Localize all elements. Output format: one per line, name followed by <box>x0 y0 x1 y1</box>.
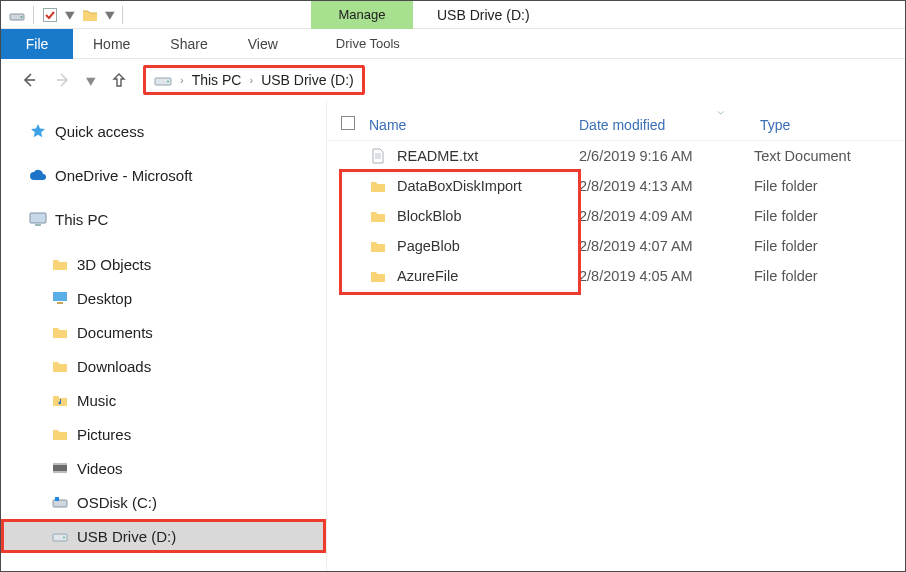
svg-rect-10 <box>53 463 67 465</box>
sidebar-label: OneDrive - Microsoft <box>55 167 193 184</box>
svg-rect-12 <box>53 500 67 507</box>
svg-point-4 <box>167 81 169 83</box>
sidebar-label: Quick access <box>55 123 144 140</box>
table-row[interactable]: DataBoxDiskImport 2/8/2019 4:13 AM File … <box>327 171 905 201</box>
sidebar-label: 3D Objects <box>77 256 151 273</box>
breadcrumb-this-pc[interactable]: This PC <box>192 72 242 88</box>
file-date: 2/8/2019 4:13 AM <box>579 178 754 194</box>
desktop-icon <box>51 289 69 307</box>
sidebar-music[interactable]: Music <box>1 383 326 417</box>
chevron-right-icon[interactable]: › <box>249 74 253 86</box>
ribbon-tabs: File Home Share View Drive Tools <box>1 29 905 59</box>
sidebar-label: OSDisk (C:) <box>77 494 157 511</box>
sidebar-osdisk[interactable]: OSDisk (C:) <box>1 485 326 519</box>
column-header-date[interactable]: Date modified <box>579 117 754 133</box>
navigation-pane: Quick access OneDrive - Microsoft This P… <box>1 101 327 572</box>
table-row[interactable]: AzureFile 2/8/2019 4:05 AM File folder <box>327 261 905 291</box>
file-name: DataBoxDiskImport <box>397 178 522 194</box>
sidebar-quick-access[interactable]: Quick access <box>1 115 326 147</box>
recent-locations-dropdown[interactable]: ▾ <box>86 71 96 90</box>
file-name: BlockBlob <box>397 208 461 224</box>
folder-icon[interactable] <box>82 7 98 23</box>
title-bar: ▾ ▾ Manage USB Drive (D:) <box>1 1 905 29</box>
sidebar-onedrive[interactable]: OneDrive - Microsoft <box>1 159 326 191</box>
file-type: File folder <box>754 268 905 284</box>
address-bar[interactable]: › This PC › USB Drive (D:) <box>143 65 365 95</box>
svg-rect-8 <box>57 302 63 304</box>
table-row[interactable]: PageBlob 2/8/2019 4:07 AM File folder <box>327 231 905 261</box>
chevron-down-icon[interactable]: ▾ <box>65 5 75 24</box>
svg-rect-6 <box>35 224 41 226</box>
file-name: AzureFile <box>397 268 458 284</box>
tab-drive-tools[interactable]: Drive Tools <box>322 29 414 59</box>
table-row[interactable]: BlockBlob 2/8/2019 4:09 AM File folder <box>327 201 905 231</box>
sidebar-label: This PC <box>55 211 108 228</box>
sidebar-videos[interactable]: Videos <box>1 451 326 485</box>
star-icon <box>29 122 47 140</box>
svg-point-1 <box>21 16 23 18</box>
file-type: Text Document <box>754 148 905 164</box>
file-date: 2/6/2019 9:16 AM <box>579 148 754 164</box>
sidebar-usb-drive[interactable]: USB Drive (D:) <box>1 519 326 553</box>
check-icon[interactable] <box>42 7 58 23</box>
folder-icon <box>369 177 387 195</box>
disk-icon <box>51 493 69 511</box>
breadcrumb-usb-drive[interactable]: USB Drive (D:) <box>261 72 354 88</box>
folder-icon <box>369 207 387 225</box>
svg-rect-7 <box>53 292 67 301</box>
tab-view[interactable]: View <box>228 29 298 59</box>
forward-button[interactable] <box>53 70 73 90</box>
sidebar-desktop[interactable]: Desktop <box>1 281 326 315</box>
drive-icon <box>51 527 69 545</box>
video-icon <box>51 459 69 477</box>
folder-icon <box>51 255 69 273</box>
folder-icon <box>51 357 69 375</box>
rows-container: README.txt 2/6/2019 9:16 AM Text Documen… <box>327 141 905 291</box>
sidebar-label: Videos <box>77 460 123 477</box>
folder-icon <box>51 425 69 443</box>
file-type: File folder <box>754 208 905 224</box>
sidebar-downloads[interactable]: Downloads <box>1 349 326 383</box>
folder-icon <box>51 323 69 341</box>
table-row[interactable]: README.txt 2/6/2019 9:16 AM Text Documen… <box>327 141 905 171</box>
back-button[interactable] <box>19 70 39 90</box>
file-name: README.txt <box>397 148 478 164</box>
svg-rect-5 <box>30 213 46 223</box>
sidebar-label: Desktop <box>77 290 132 307</box>
sidebar-3d-objects[interactable]: 3D Objects <box>1 247 326 281</box>
drive-icon <box>154 72 172 88</box>
drive-icon <box>9 7 25 23</box>
up-button[interactable] <box>109 70 129 90</box>
sidebar-label: Documents <box>77 324 153 341</box>
chevron-down-icon[interactable]: ▾ <box>105 5 115 24</box>
sidebar-label: Music <box>77 392 116 409</box>
file-type: File folder <box>754 178 905 194</box>
cloud-icon <box>29 166 47 184</box>
tab-file[interactable]: File <box>1 29 73 59</box>
file-date: 2/8/2019 4:05 AM <box>579 268 754 284</box>
text-file-icon <box>369 147 387 165</box>
manage-contextual-tab[interactable]: Manage <box>311 1 413 29</box>
navigation-bar: ▾ › This PC › USB Drive (D:) <box>1 59 905 101</box>
column-header-name[interactable]: Name <box>369 117 579 133</box>
music-icon <box>51 391 69 409</box>
tab-share[interactable]: Share <box>150 29 227 59</box>
sidebar-pictures[interactable]: Pictures <box>1 417 326 451</box>
window-title: USB Drive (D:) <box>413 7 530 23</box>
sort-indicator-icon: ⌵ <box>717 105 724 116</box>
chevron-right-icon[interactable]: › <box>180 74 184 86</box>
file-date: 2/8/2019 4:09 AM <box>579 208 754 224</box>
svg-rect-13 <box>55 497 59 501</box>
file-date: 2/8/2019 4:07 AM <box>579 238 754 254</box>
folder-icon <box>369 267 387 285</box>
sidebar-this-pc[interactable]: This PC <box>1 203 326 235</box>
sidebar-documents[interactable]: Documents <box>1 315 326 349</box>
svg-point-15 <box>63 537 65 539</box>
tab-home[interactable]: Home <box>73 29 150 59</box>
column-header-type[interactable]: Type <box>760 117 905 133</box>
select-all-checkbox[interactable] <box>341 116 369 133</box>
sidebar-label: Downloads <box>77 358 151 375</box>
svg-rect-11 <box>53 471 67 473</box>
svg-rect-2 <box>44 8 57 21</box>
file-name: PageBlob <box>397 238 460 254</box>
